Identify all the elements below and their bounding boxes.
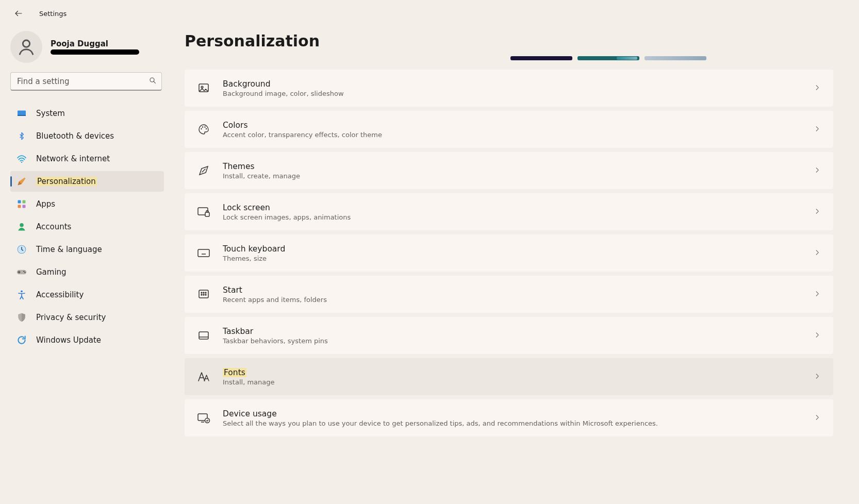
- svg-point-19: [202, 126, 203, 127]
- card-title: Fonts: [223, 368, 246, 377]
- avatar: [10, 31, 42, 63]
- settings-card-lockscreen[interactable]: Lock screenLock screen images, apps, ani…: [185, 193, 833, 230]
- svg-point-18: [201, 128, 202, 129]
- svg-point-9: [20, 223, 24, 227]
- sidebar-item-bluetooth[interactable]: Bluetooth & devices: [10, 126, 164, 146]
- settings-list[interactable]: BackgroundBackground image, color, slide…: [185, 70, 836, 504]
- svg-point-4: [21, 162, 23, 163]
- taskbar-icon: [197, 329, 210, 342]
- card-text: StartRecent apps and items, folders: [223, 285, 814, 304]
- card-subtitle: Install, manage: [223, 378, 814, 386]
- theme-thumbnail[interactable]: [645, 56, 706, 60]
- chevron-right-icon: [814, 248, 821, 258]
- sidebar-item-privacy[interactable]: Privacy & security: [10, 307, 164, 328]
- card-subtitle: Accent color, transparency effects, colo…: [223, 131, 814, 139]
- svg-rect-23: [205, 212, 209, 216]
- chevron-right-icon: [814, 372, 821, 382]
- search-input[interactable]: [10, 72, 162, 91]
- time-icon: [16, 244, 27, 255]
- card-title: Touch keyboard: [223, 244, 285, 254]
- sidebar-item-label: Windows Update: [36, 335, 101, 345]
- update-icon: [16, 335, 27, 345]
- user-block[interactable]: Pooja Duggal: [10, 31, 164, 72]
- titlebar: Settings: [0, 0, 859, 27]
- sidebar-item-accessibility[interactable]: Accessibility: [10, 284, 164, 305]
- svg-rect-24: [198, 249, 209, 257]
- personalization-icon: [16, 176, 27, 187]
- sidebar-item-label: Gaming: [36, 267, 67, 277]
- lockscreen-icon: [197, 205, 210, 219]
- theme-thumbnail[interactable]: [577, 56, 639, 60]
- card-text: BackgroundBackground image, color, slide…: [223, 79, 814, 97]
- svg-point-21: [206, 128, 207, 129]
- background-icon: [197, 81, 210, 95]
- svg-point-30: [203, 294, 204, 295]
- chevron-right-icon: [814, 413, 821, 423]
- card-subtitle: Select all the ways you plan to use your…: [223, 419, 814, 427]
- sidebar-item-personalization[interactable]: Personalization: [10, 171, 164, 192]
- card-subtitle: Themes, size: [223, 255, 814, 262]
- user-email-redacted: [51, 49, 139, 55]
- settings-card-background[interactable]: BackgroundBackground image, color, slide…: [185, 70, 833, 107]
- svg-rect-3: [18, 115, 26, 116]
- touchkeyboard-icon: [197, 246, 210, 260]
- svg-point-27: [203, 292, 204, 293]
- chevron-right-icon: [814, 331, 821, 341]
- main-content: Personalization BackgroundBackground ima…: [170, 27, 859, 504]
- card-title: Taskbar: [223, 327, 253, 336]
- card-title: Device usage: [223, 409, 277, 418]
- card-title: Start: [223, 285, 242, 295]
- settings-card-taskbar[interactable]: TaskbarTaskbar behaviors, system pins: [185, 317, 833, 354]
- user-name: Pooja Duggal: [51, 39, 139, 48]
- svg-point-26: [201, 292, 202, 293]
- sidebar-item-update[interactable]: Windows Update: [10, 330, 164, 350]
- system-icon: [16, 108, 27, 119]
- sidebar-item-label: System: [36, 109, 65, 118]
- card-text: Lock screenLock screen images, apps, ani…: [223, 203, 814, 221]
- sidebar-nav: SystemBluetooth & devicesNetwork & inter…: [10, 103, 164, 350]
- arrow-left-icon: [14, 9, 23, 18]
- bluetooth-icon: [16, 131, 27, 141]
- back-button[interactable]: [10, 5, 27, 22]
- svg-point-0: [23, 40, 29, 47]
- svg-point-31: [205, 294, 206, 295]
- theme-thumbnail[interactable]: [510, 56, 572, 60]
- sidebar-item-system[interactable]: System: [10, 103, 164, 124]
- settings-card-touchkeyboard[interactable]: Touch keyboardThemes, size: [185, 234, 833, 272]
- svg-point-15: [21, 290, 23, 292]
- svg-rect-6: [23, 200, 26, 204]
- gaming-icon: [16, 267, 27, 277]
- card-title: Background: [223, 79, 270, 89]
- card-title: Themes: [223, 162, 255, 171]
- sidebar-item-accounts[interactable]: Accounts: [10, 216, 164, 237]
- chevron-right-icon: [814, 207, 821, 217]
- accounts-icon: [16, 222, 27, 232]
- svg-point-1: [150, 78, 154, 82]
- settings-card-fonts[interactable]: FontsInstall, manage: [185, 358, 833, 395]
- settings-card-themes[interactable]: ThemesInstall, create, manage: [185, 152, 833, 189]
- chevron-right-icon: [814, 166, 821, 176]
- settings-card-start[interactable]: StartRecent apps and items, folders: [185, 276, 833, 313]
- search-field[interactable]: [10, 72, 162, 91]
- theme-thumbnails: [381, 56, 836, 60]
- settings-card-colors[interactable]: ColorsAccent color, transparency effects…: [185, 111, 833, 148]
- svg-point-29: [201, 294, 202, 295]
- sidebar-item-time[interactable]: Time & language: [10, 239, 164, 260]
- sidebar-item-gaming[interactable]: Gaming: [10, 262, 164, 282]
- card-subtitle: Taskbar behaviors, system pins: [223, 337, 814, 345]
- card-text: ThemesInstall, create, manage: [223, 162, 814, 180]
- svg-rect-8: [23, 205, 26, 208]
- card-text: Device usageSelect all the ways you plan…: [223, 409, 814, 427]
- sidebar-item-network[interactable]: Network & internet: [10, 148, 164, 169]
- card-subtitle: Lock screen images, apps, animations: [223, 213, 814, 221]
- sidebar-item-label: Network & internet: [36, 154, 110, 163]
- card-text: TaskbarTaskbar behaviors, system pins: [223, 327, 814, 345]
- svg-rect-5: [18, 200, 21, 204]
- settings-card-deviceusage[interactable]: Device usageSelect all the ways you plan…: [185, 399, 833, 436]
- sidebar-item-label: Accounts: [36, 222, 71, 231]
- card-subtitle: Background image, color, slideshow: [223, 90, 814, 97]
- sidebar-item-apps[interactable]: Apps: [10, 194, 164, 214]
- svg-point-28: [205, 292, 206, 293]
- search-icon: [148, 76, 157, 87]
- apps-icon: [16, 199, 27, 209]
